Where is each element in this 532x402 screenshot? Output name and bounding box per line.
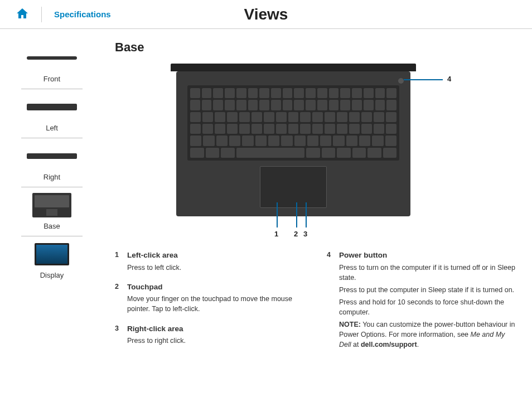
feature-3-num: 3 — [115, 323, 127, 348]
feature-4-p1: Press to turn on the computer if it is t… — [339, 263, 516, 283]
callout-line-2 — [296, 202, 297, 227]
feature-4-title: Power button — [339, 250, 516, 261]
content-area: Front Left Right Base — [0, 29, 532, 359]
thumb-display-label: Display — [40, 271, 64, 279]
thumb-base-label: Base — [43, 222, 60, 230]
thumb-front[interactable]: Front — [21, 40, 83, 89]
header-bar: Specifications Views — [0, 0, 532, 29]
laptop-touchpad — [260, 166, 327, 208]
feature-2-title: Touchpad — [127, 282, 304, 293]
feature-4-num: 4 — [327, 250, 339, 352]
header-divider — [41, 7, 42, 22]
feature-column-right: 4 Power button Press to turn on the comp… — [327, 250, 516, 359]
feature-2-desc: Move your finger on the touchpad to move… — [127, 294, 304, 314]
feature-3: 3 Right-click area Press to right click. — [115, 323, 304, 348]
main-panel: Base 4 1 — [88, 40, 516, 359]
thumb-base[interactable]: Base — [21, 187, 83, 236]
callout-line-1 — [277, 202, 278, 227]
laptop-keyboard — [187, 85, 399, 161]
home-icon[interactable] — [16, 7, 29, 22]
view-thumbnails: Front Left Right Base — [16, 40, 88, 359]
thumb-display[interactable]: Display — [21, 236, 83, 285]
feature-3-desc: Press to right click. — [127, 336, 304, 346]
feature-1-desc: Press to left click. — [127, 263, 304, 273]
specifications-link[interactable]: Specifications — [54, 9, 111, 19]
thumb-display-image — [21, 241, 83, 268]
callout-number-2: 2 — [294, 230, 298, 238]
thumb-front-image — [21, 45, 83, 71]
callout-number-1: 1 — [274, 230, 278, 238]
thumb-base-image — [21, 192, 83, 219]
feature-1: 1 Left-click area Press to left click. — [115, 250, 304, 275]
feature-columns: 1 Left-click area Press to left click. 2… — [115, 250, 516, 359]
page-title: Views — [244, 6, 288, 23]
feature-4-note: NOTE: You can customize the power-button… — [339, 319, 516, 350]
feature-4-p3: Press and hold for 10 seconds to force s… — [339, 297, 516, 317]
feature-4: 4 Power button Press to turn on the comp… — [327, 250, 516, 352]
callout-line-4 — [404, 79, 443, 80]
thumb-left-label: Left — [46, 124, 58, 132]
feature-2: 2 Touchpad Move your finger on the touch… — [115, 282, 304, 317]
thumb-front-label: Front — [43, 75, 60, 83]
base-diagram: 4 1 2 3 — [137, 66, 494, 239]
section-title: Base — [115, 40, 516, 55]
feature-1-num: 1 — [115, 250, 127, 275]
feature-1-title: Left-click area — [127, 250, 304, 261]
feature-3-title: Right-click area — [127, 323, 304, 335]
callout-number-3: 3 — [303, 230, 307, 238]
thumb-left[interactable]: Left — [21, 89, 83, 138]
thumb-left-image — [21, 94, 83, 120]
callout-number-4: 4 — [447, 75, 451, 83]
laptop-hinge — [171, 64, 416, 71]
feature-column-left: 1 Left-click area Press to left click. 2… — [115, 250, 304, 359]
thumb-right[interactable]: Right — [21, 138, 83, 187]
feature-4-p2: Press to put the computer in Sleep state… — [339, 285, 516, 295]
thumb-right-image — [21, 143, 83, 169]
thumb-right-label: Right — [43, 173, 60, 181]
laptop-power-button — [398, 78, 404, 84]
laptop-base-illustration — [176, 71, 410, 216]
feature-2-num: 2 — [115, 282, 127, 317]
callout-line-3 — [306, 202, 307, 227]
